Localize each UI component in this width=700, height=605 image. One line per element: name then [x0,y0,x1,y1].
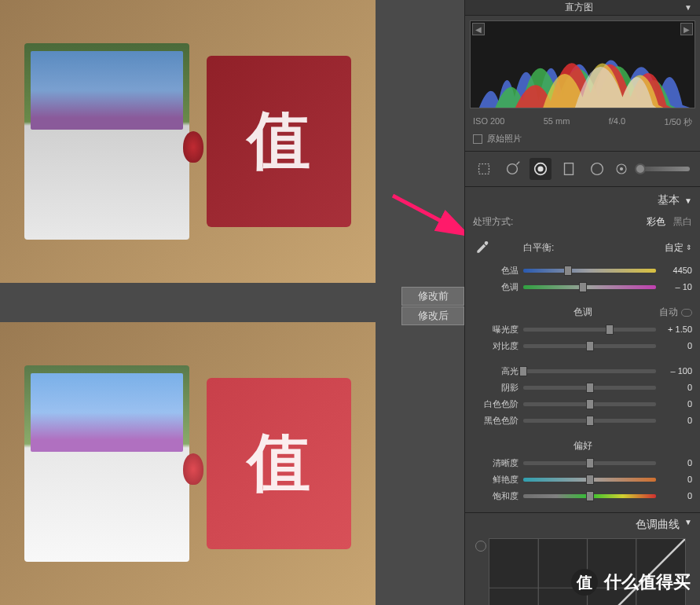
treatment-color[interactable]: 彩色 [647,215,665,229]
histogram[interactable]: ◀ ▶ [470,20,695,108]
whites-slider[interactable]: 白色色阶 0 [473,396,692,412]
mouse-graphic [183,453,203,485]
brush-tool[interactable] [614,158,692,180]
exif-shutter: 1/50 秒 [665,116,692,128]
svg-point-5 [538,167,543,171]
histogram-panel-header[interactable]: 直方图 ▼ [465,0,700,16]
eyedropper-tool[interactable] [473,238,492,257]
wb-label: 白平衡: [523,241,554,255]
spot-tool[interactable] [501,158,523,180]
tone-curve-header[interactable]: 色调曲线 ▼ [473,516,692,535]
collapse-icon: ▼ [684,196,692,205]
shadows-slider[interactable]: 阴影 0 [473,380,692,395]
collapse-icon: ▼ [684,3,692,12]
develop-panel: 直方图 ▼ ◀ ▶ ISO 200 55 mm f/4.0 1/50 秒 原始照… [464,0,700,605]
saturation-slider[interactable]: 饱和度 0 [473,488,692,504]
collapse-icon: ▼ [684,518,692,532]
svg-rect-1 [479,164,489,174]
treatment-label: 处理方式: [473,215,513,229]
watermark-badge: 值 [571,569,598,596]
tint-slider[interactable]: 色调 – 10 [473,279,692,295]
checkbox-icon[interactable] [473,134,482,144]
blacks-slider[interactable]: 黑色色阶 0 [473,412,692,428]
laptop-graphic [24,43,189,240]
exposure-slider[interactable]: 曝光度 + 1.50 [473,321,692,337]
radial-filter-tool[interactable] [586,158,608,180]
wb-preset-select[interactable]: 自定⇕ [665,241,692,255]
mousepad-graphic: 值 [207,56,351,227]
presence-header: 偏好 [473,436,692,454]
temp-slider[interactable]: 色温 4450 [473,262,692,278]
svg-point-7 [592,163,603,175]
mouse-graphic [183,131,203,163]
auto-tone-button[interactable]: 自动 [659,306,678,319]
contrast-slider[interactable]: 对比度 0 [473,338,692,354]
photo-after[interactable]: 值 [0,322,376,605]
treatment-bw[interactable]: 黑白 [673,215,692,229]
preview-area: 值 修改前 修改后 值 [0,0,464,605]
grad-filter-tool[interactable] [558,158,580,180]
vibrance-slider[interactable]: 鲜艳度 0 [473,471,692,487]
svg-point-2 [508,164,518,174]
treatment-row: 处理方式: 彩色 黑白 [473,212,692,236]
basic-panel: 基本 ▼ 处理方式: 彩色 黑白 白平衡: 自定⇕ 色温 4450 色调 [465,187,700,513]
highlights-slider[interactable]: 高光 – 100 [473,363,692,379]
target-adjust-icon[interactable] [475,541,486,552]
label-before: 修改前 [401,287,464,306]
clarity-slider[interactable]: 清晰度 0 [473,455,692,471]
exif-focal: 55 mm [544,116,570,128]
tone-header: 色调 自动 [473,302,692,321]
auto-toggle[interactable] [681,309,692,317]
laptop-graphic [24,365,189,562]
photo-before[interactable]: 值 [0,0,376,283]
basic-panel-header[interactable]: 基本 ▼ [473,192,692,212]
redeye-tool[interactable] [530,158,552,180]
label-after: 修改后 [401,306,464,325]
svg-point-9 [621,168,623,170]
white-balance-row: 白平衡: 自定⇕ [473,236,692,262]
exif-row: ISO 200 55 mm f/4.0 1/50 秒 [465,113,700,130]
basic-title: 基本 [658,193,680,207]
svg-line-3 [517,162,520,165]
watermark: 值 什么值得买 [571,569,691,596]
mousepad-graphic: 值 [207,378,351,549]
svg-rect-6 [565,163,574,175]
crop-tool[interactable] [473,158,495,180]
tool-strip [465,152,700,187]
exif-aperture: f/4.0 [609,116,625,128]
watermark-text: 什么值得买 [604,570,691,594]
exif-iso: ISO 200 [473,116,504,128]
histogram-title: 直方图 [565,1,593,14]
original-photo-label: 原始照片 [487,133,522,145]
original-photo-row[interactable]: 原始照片 [465,130,700,152]
